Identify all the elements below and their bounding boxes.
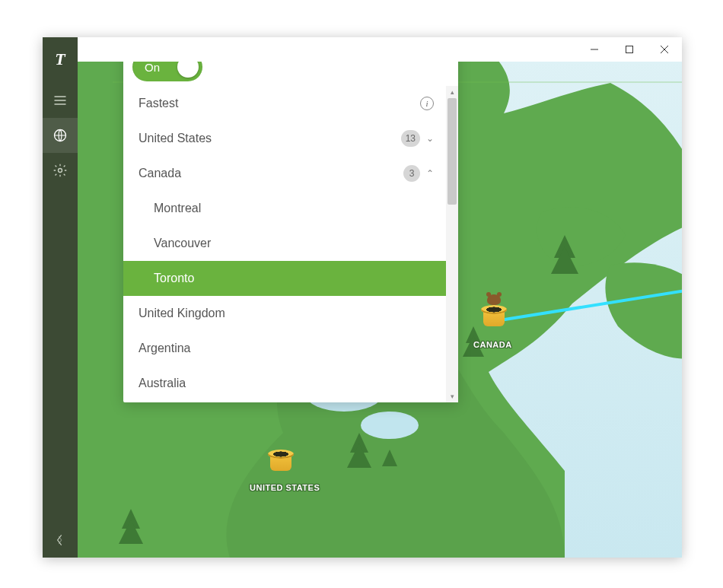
globe-button[interactable] (43, 118, 78, 153)
count-badge: 3 (403, 165, 420, 182)
scroll-down-icon[interactable]: ▾ (446, 390, 458, 402)
chevron-up-icon: ⌃ (426, 168, 434, 179)
tunnel-us[interactable] (268, 450, 294, 472)
toggle-label: On (145, 61, 160, 74)
collapse-button[interactable] (43, 523, 78, 558)
location-item-uk[interactable]: United Kingdom (123, 296, 446, 331)
count-badge: 13 (401, 130, 420, 147)
scrollbar[interactable]: ▴ ▾ (446, 86, 458, 402)
menu-button[interactable] (43, 83, 78, 118)
location-fastest[interactable]: Fastest i (123, 86, 446, 121)
location-city-montreal[interactable]: Montreal (123, 191, 446, 226)
map-label-us: UNITED STATES (250, 483, 320, 492)
scroll-up-icon[interactable]: ▴ (446, 86, 458, 98)
location-item-argentina[interactable]: Argentina (123, 331, 446, 366)
minimize-button[interactable] (577, 37, 612, 62)
sidebar: T (43, 37, 78, 558)
settings-button[interactable] (43, 153, 78, 188)
location-city-vancouver[interactable]: Vancouver (123, 226, 446, 261)
scroll-thumb[interactable] (447, 98, 457, 205)
location-list: Fastest i United States 13 ⌄ Canada 3 ⌃ (123, 86, 446, 402)
location-item-australia[interactable]: Australia (123, 366, 446, 401)
info-icon[interactable]: i (420, 97, 434, 110)
svg-point-1 (59, 169, 62, 173)
maximize-button[interactable] (612, 37, 647, 62)
svg-rect-6 (626, 46, 633, 53)
location-item-us[interactable]: United States 13 ⌄ (123, 121, 446, 156)
tunnel-canada[interactable] (481, 305, 507, 328)
location-item-canada[interactable]: Canada 3 ⌃ (123, 156, 446, 191)
map[interactable]: CANADA UNITED STATES On Fastest i (78, 37, 682, 558)
bear-icon (487, 294, 501, 305)
app-window: T (43, 37, 682, 558)
titlebar (78, 37, 682, 62)
location-panel: On Fastest i United States 13 ⌄ (123, 42, 458, 402)
location-city-toronto[interactable]: Toronto (123, 261, 446, 296)
map-label-canada: CANADA (473, 340, 512, 349)
close-button[interactable] (647, 37, 682, 62)
chevron-down-icon: ⌄ (426, 133, 434, 144)
svg-point-3 (361, 412, 419, 439)
app-logo: T (55, 49, 65, 69)
